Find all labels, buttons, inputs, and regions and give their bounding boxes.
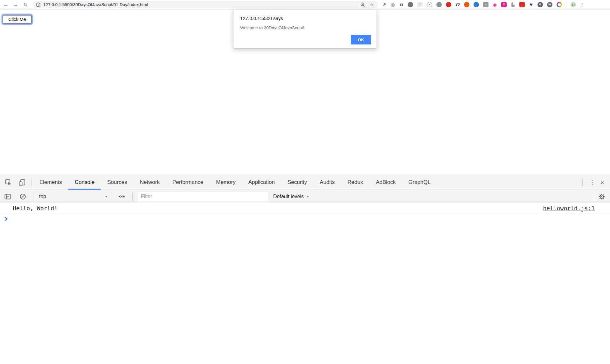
back-icon[interactable]: ←: [2, 2, 9, 7]
devtools-tab-graphql[interactable]: GraphQL: [402, 175, 437, 190]
live-expression-eye-icon[interactable]: [118, 192, 126, 200]
devtools-tab-redux[interactable]: Redux: [341, 175, 370, 190]
lens-extension-icon[interactable]: ◎: [391, 2, 395, 7]
blue-globe-extension-icon[interactable]: [474, 2, 479, 7]
alert-dialog: 127.0.0.1:5500 says Welcome to 30DaysOfJ…: [233, 10, 377, 49]
console-log-row: Hello, World! helloworld.js:1: [0, 203, 610, 213]
log-levels-select[interactable]: Default levels ▼: [273, 194, 309, 199]
minus-circle-extension-icon-glyph: ‒: [429, 3, 430, 6]
rainbow-ring-extension-icon-hole: [558, 3, 561, 6]
toolbar-separator: [566, 2, 566, 8]
site-info-icon[interactable]: [36, 3, 40, 7]
pink-gear-extension-icon-glyph: *: [503, 3, 505, 7]
disabled-gear-extension-icon[interactable]: *: [417, 2, 423, 7]
devtools-close-icon[interactable]: ×: [600, 179, 604, 186]
camera-extension-icon-glyph: ●: [485, 3, 486, 6]
devtools-tab-memory[interactable]: Memory: [210, 175, 242, 190]
red-bookmark-extension-icon[interactable]: [519, 2, 525, 7]
split-columns-extension-icon-glyph: ▮▮: [399, 3, 403, 6]
console-filter-input[interactable]: [138, 192, 268, 201]
clear-console-icon[interactable]: [19, 193, 26, 200]
heart-search-extension-icon[interactable]: ♥: [529, 2, 533, 7]
devtools-tab-sources[interactable]: Sources: [101, 175, 133, 190]
devtools-tab-application[interactable]: Application: [242, 175, 281, 190]
log-levels-label: Default levels: [273, 194, 304, 199]
chevron-down-icon: ▼: [105, 195, 108, 198]
console-prompt-chevron-icon: [4, 217, 8, 221]
disabled-gear-extension-icon-glyph: *: [419, 3, 421, 7]
lens-extension-icon-glyph: ◎: [391, 2, 395, 7]
divider: [132, 192, 133, 201]
json-viewer-extension-icon[interactable]: { }: [571, 2, 576, 7]
console-sidebar-icon[interactable]: [4, 193, 11, 200]
font-finder-extension-icon-glyph: f?: [455, 3, 460, 7]
javascript-context-select[interactable]: top ▼: [33, 194, 110, 199]
divider: [31, 179, 32, 186]
alert-ok-button[interactable]: OK: [351, 35, 371, 44]
device-toolbar-icon[interactable]: [18, 179, 26, 186]
minus-circle-extension-icon[interactable]: ‒: [427, 2, 432, 7]
context-label: top: [39, 194, 46, 199]
font-f-extension-icon-glyph: F: [383, 3, 385, 7]
devtools-tabbar: Elements Console Sources Network Perform…: [0, 175, 610, 190]
devtools-tab-adblock[interactable]: AdBlock: [370, 175, 402, 190]
heart-search-extension-icon-glyph: ♥: [530, 2, 533, 7]
console-prompt[interactable]: [0, 213, 610, 224]
divider: [582, 179, 583, 186]
bookmark-star-icon[interactable]: ☆: [370, 2, 374, 7]
camera-extension-icon[interactable]: ●: [483, 2, 489, 7]
chevron-down-icon: ▼: [306, 195, 309, 198]
browser-menu-icon[interactable]: ⋮: [580, 2, 585, 8]
zoom-page-icon[interactable]: [360, 2, 365, 7]
blocks-extension-icon-glyph: ▙: [511, 3, 514, 7]
devtools-tab-elements[interactable]: Elements: [33, 175, 68, 190]
devtools-tab-audits[interactable]: Audits: [313, 175, 341, 190]
browser-toolbar: ← → ↻ 127.0.0.1:5500/30DaysOfJavaScript/…: [0, 0, 610, 10]
circle-g-extension-icon[interactable]: G: [537, 2, 543, 7]
font-finder-extension-icon[interactable]: f?: [455, 2, 460, 7]
blocks-extension-icon[interactable]: ▙: [511, 2, 515, 7]
click-me-button[interactable]: Click Me: [3, 15, 32, 24]
forward-icon[interactable]: →: [12, 2, 19, 7]
reload-icon[interactable]: ↻: [22, 2, 29, 7]
graphql-docs-extension-icon[interactable]: ◈: [493, 2, 497, 7]
divider: [593, 192, 593, 201]
console-source-link[interactable]: helloworld.js:1: [543, 205, 595, 212]
font-f-extension-icon[interactable]: F: [382, 2, 386, 7]
devtools-tab-security[interactable]: Security: [281, 175, 313, 190]
divider: [112, 192, 112, 201]
alert-title: 127.0.0.1:5500 says: [240, 16, 370, 21]
devtools-tab-console[interactable]: Console: [68, 175, 101, 190]
circle-w-extension-icon[interactable]: W: [547, 2, 552, 7]
devtools-panel: Elements Console Sources Network Perform…: [0, 175, 610, 364]
circle-g-extension-icon-glyph: G: [539, 3, 541, 6]
eyedropper-extension-icon[interactable]: [436, 2, 442, 7]
browser-window: ← → ↻ 127.0.0.1:5500/30DaysOfJavaScript/…: [0, 0, 610, 364]
megaphone-extension-icon[interactable]: [464, 2, 469, 7]
url-text[interactable]: 127.0.0.1:5500/30DaysOfJavaScript/01-Day…: [43, 2, 148, 7]
console-output: Hello, World! helloworld.js:1: [0, 203, 610, 364]
bug-extension-icon[interactable]: [408, 2, 413, 7]
json-viewer-extension-icon-glyph: { }: [572, 3, 574, 6]
hand-block-extension-icon[interactable]: [446, 2, 451, 7]
console-log-message: Hello, World!: [13, 205, 58, 212]
devtools-menu-icon[interactable]: ⋮: [589, 179, 595, 186]
split-columns-extension-icon[interactable]: ▮▮: [399, 2, 404, 7]
console-settings-gear-icon[interactable]: [598, 193, 605, 200]
devtools-tab-network[interactable]: Network: [134, 175, 166, 190]
devtools-tab-performance[interactable]: Performance: [166, 175, 210, 190]
extensions-strip: F◎▮▮*‒f?●◈*▙♥GW{ }: [382, 2, 576, 8]
page-content: Click Me 127.0.0.1:5500 says Welcome to …: [0, 10, 610, 175]
alert-message: Welcome to 30DaysOfJavaScript!: [240, 25, 370, 30]
rainbow-ring-extension-icon[interactable]: [557, 2, 562, 7]
inspect-element-icon[interactable]: [5, 179, 12, 186]
graphql-docs-extension-icon-glyph: ◈: [493, 2, 497, 7]
pink-gear-extension-icon[interactable]: *: [501, 2, 507, 7]
console-toolbar: top ▼ Default levels ▼: [0, 190, 610, 203]
circle-w-extension-icon-glyph: W: [548, 3, 551, 6]
address-bar[interactable]: 127.0.0.1:5500/30DaysOfJavaScript/01-Day…: [33, 1, 378, 8]
